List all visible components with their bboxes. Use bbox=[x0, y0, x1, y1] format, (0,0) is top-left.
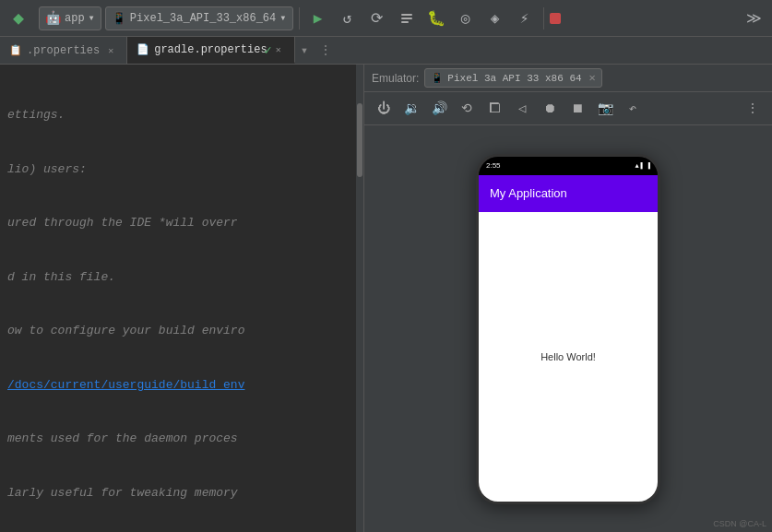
volume-down-button[interactable]: 🔉 bbox=[399, 97, 423, 121]
power-button[interactable]: ⏻ bbox=[372, 97, 396, 121]
code-line-4: d in this file. bbox=[7, 268, 356, 287]
phone-app-bar: My Application bbox=[479, 175, 658, 212]
phone-app-title: My Application bbox=[490, 186, 567, 200]
refresh-button[interactable]: ⟳ bbox=[364, 6, 390, 31]
watermark: CSDN @CA-L bbox=[713, 519, 766, 528]
device-label: Pixel_3a_API_33_x86_64 bbox=[130, 12, 276, 25]
editor-scrollbar-thumb[interactable] bbox=[357, 103, 362, 177]
record-button[interactable]: ⏺ bbox=[538, 97, 562, 121]
svg-rect-1 bbox=[401, 18, 412, 19]
phone-icon: 📱 bbox=[112, 11, 126, 26]
tabs-menu-button[interactable]: ⋮ bbox=[314, 37, 338, 64]
coverage-button[interactable]: ◈ bbox=[482, 6, 508, 31]
profile-button[interactable]: ◎ bbox=[453, 6, 479, 31]
emulator-device-close[interactable]: ✕ bbox=[589, 71, 596, 85]
sync-button[interactable]: ↺ bbox=[335, 6, 361, 31]
phone-device: 2:55 ▲ ▌ ▐ My Application Hello World! bbox=[476, 154, 660, 504]
code-line-3: ured through the IDE *will overr bbox=[7, 214, 356, 232]
more-actions-button[interactable]: ≫ bbox=[741, 6, 766, 31]
tab-properties-label: .properties bbox=[27, 44, 100, 57]
tab-check-icon: ✓ bbox=[264, 41, 271, 57]
code-line-6: /docs/current/userguide/build_env bbox=[7, 376, 356, 395]
hello-world-text: Hello World! bbox=[540, 351, 596, 362]
code-line-7: ments used for the daemon proces bbox=[7, 430, 356, 448]
debug-button[interactable]: 🐛 bbox=[423, 6, 449, 31]
wifi-icon: ▲ bbox=[635, 162, 638, 170]
emulator-panel: Emulator: 📱 Pixel 3a API 33 x86 64 ✕ ⏻ 🔉… bbox=[364, 65, 772, 532]
device-dropdown[interactable]: 📱 Pixel_3a_API_33_x86_64 ▾ bbox=[105, 6, 293, 30]
code-line-1: ettings. bbox=[7, 106, 356, 124]
app-module-dropdown[interactable]: 🤖 app ▾ bbox=[39, 6, 101, 30]
phone-time: 2:55 bbox=[486, 161, 501, 170]
tab-properties[interactable]: 📋 .properties ✕ bbox=[0, 37, 127, 64]
phone-container: 2:55 ▲ ▌ ▐ My Application Hello World! C… bbox=[364, 125, 772, 532]
volume-up-button[interactable]: 🔊 bbox=[427, 97, 451, 121]
code-line-5: ow to configure your build enviro bbox=[7, 322, 356, 340]
emulator-more-button[interactable]: ⋮ bbox=[741, 97, 765, 121]
editor-tabs-bar: 📋 .properties ✕ 📄 gradle.properties ✓ ✕ … bbox=[0, 37, 772, 65]
tab-gradle[interactable]: 📄 gradle.properties ✓ ✕ bbox=[127, 37, 294, 64]
screenshot-button[interactable]: 📷 bbox=[593, 97, 617, 121]
rotate-button[interactable]: ⟲ bbox=[455, 97, 479, 121]
editor-scrollbar[interactable] bbox=[356, 65, 363, 532]
svg-rect-0 bbox=[401, 14, 412, 16]
stop-button[interactable]: ■ bbox=[550, 13, 561, 24]
stop-record-button[interactable]: ⏹ bbox=[565, 97, 589, 121]
phone-status-bar: 2:55 ▲ ▌ ▐ bbox=[479, 157, 658, 175]
editor-content: ettings. lio) users: ured through the ID… bbox=[0, 65, 363, 532]
tab-gradle-close[interactable]: ✕ bbox=[272, 43, 285, 56]
device-dropdown-arrow: ▾ bbox=[279, 11, 286, 25]
undo-button[interactable]: ↶ bbox=[621, 97, 645, 121]
emulator-device-selector[interactable]: 📱 Pixel 3a API 33 x86 64 ✕ bbox=[424, 68, 601, 88]
app-module-label: app bbox=[65, 12, 85, 25]
fold-button[interactable]: ⧠ bbox=[482, 97, 506, 121]
svg-rect-2 bbox=[401, 21, 409, 23]
main-area: ettings. lio) users: ured through the ID… bbox=[0, 65, 772, 532]
emulator-device-name: Pixel 3a API 33 x86 64 bbox=[447, 73, 581, 84]
tab-properties-icon: 📋 bbox=[9, 44, 22, 56]
emulator-toolbar: ⏻ 🔉 🔊 ⟲ ⧠ ◁ ⏺ ⏹ 📷 ↶ ⋮ bbox=[364, 92, 772, 125]
app-dropdown-arrow: ▾ bbox=[89, 11, 95, 25]
toolbar-separator-1 bbox=[299, 7, 300, 30]
emulator-phone-icon: 📱 bbox=[431, 72, 444, 84]
tabs-overflow-button[interactable]: ▾ bbox=[295, 37, 314, 64]
attach-button[interactable]: ⚡ bbox=[512, 6, 538, 31]
run-button[interactable]: ▶ bbox=[305, 6, 331, 31]
phone-app-content: Hello World! bbox=[479, 212, 658, 502]
code-line-8: larly useful for tweaking memory bbox=[7, 484, 356, 502]
main-toolbar: ◆ 🤖 app ▾ 📱 Pixel_3a_API_33_x86_64 ▾ ▶ ↺… bbox=[0, 0, 772, 37]
android-icon: 🤖 bbox=[45, 10, 61, 26]
emulator-label: Emulator: bbox=[372, 72, 419, 85]
toolbar-separator-2 bbox=[543, 7, 544, 30]
tab-gradle-icon: 📄 bbox=[137, 43, 149, 55]
android-studio-logo: ◆ bbox=[6, 6, 31, 31]
gradle-button[interactable] bbox=[394, 6, 420, 31]
tab-properties-close[interactable]: ✕ bbox=[104, 44, 117, 57]
phone-status-icons: ▲ ▌ ▐ bbox=[635, 162, 650, 170]
emulator-header: Emulator: 📱 Pixel 3a API 33 x86 64 ✕ bbox=[364, 65, 772, 92]
tab-gradle-label: gradle.properties bbox=[154, 43, 267, 56]
signal-icon: ▌ bbox=[641, 162, 645, 170]
back-nav-button[interactable]: ◁ bbox=[510, 97, 534, 121]
code-editor[interactable]: ettings. lio) users: ured through the ID… bbox=[0, 65, 364, 532]
battery-icon: ▐ bbox=[647, 162, 650, 170]
code-line-2: lio) users: bbox=[7, 160, 356, 179]
